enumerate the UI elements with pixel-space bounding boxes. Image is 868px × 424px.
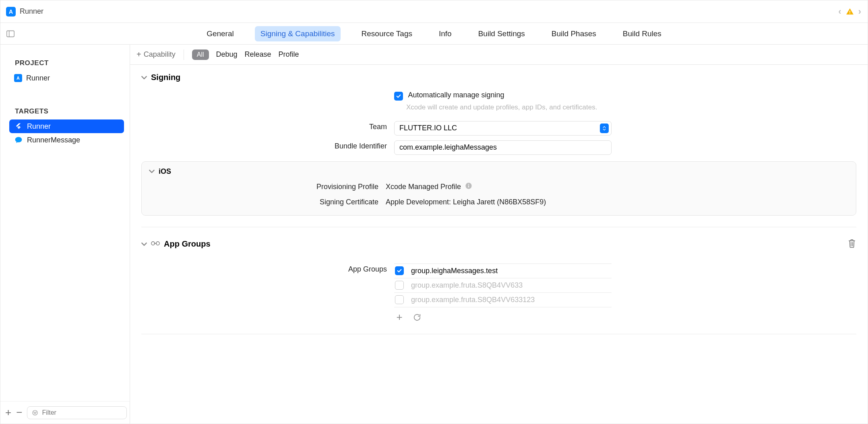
nav-back-chevron-icon[interactable]: ‹ <box>837 6 842 17</box>
select-stepper-icon <box>600 123 609 133</box>
info-icon[interactable] <box>465 182 472 191</box>
svg-rect-1 <box>849 13 850 14</box>
appgroups-disclosure-icon[interactable] <box>141 241 147 247</box>
editor-tabs: General Signing & Capabilities Resource … <box>0 26 868 41</box>
remove-target-button[interactable]: − <box>16 406 22 419</box>
signing-certificate-label: Signing Certificate <box>149 198 378 206</box>
app-group-name: group.example.fruta.S8QB4VV633123 <box>411 296 535 304</box>
targets-section-header: TARGETS <box>15 107 124 115</box>
ios-card-disclosure-icon[interactable] <box>149 169 155 174</box>
team-select[interactable]: FLUTTER.IO LLC <box>394 121 612 136</box>
targets-filter-field[interactable] <box>27 406 127 419</box>
tab-build-settings[interactable]: Build Settings <box>473 26 531 41</box>
tab-resource-tags[interactable]: Resource Tags <box>356 26 418 41</box>
app-groups-list: group.leighaMessages.test group.example.… <box>394 263 612 307</box>
app-group-checkbox[interactable] <box>395 266 404 275</box>
targets-sidebar: PROJECT A Runner TARGETS Runner <box>0 45 130 424</box>
app-group-checkbox[interactable] <box>395 295 404 304</box>
app-group-row[interactable]: group.example.fruta.S8QB4VV633123 <box>394 293 612 307</box>
app-groups-section: App Groups App Groups <box>141 239 856 323</box>
signing-section: Signing Automatically manage signing Xco… <box>141 73 856 216</box>
flutter-icon <box>14 122 23 131</box>
capability-toolbar: + Capability All Debug Release Profile <box>130 45 868 65</box>
signing-disclosure-icon[interactable] <box>141 75 147 80</box>
svg-rect-2 <box>7 31 14 37</box>
add-capability-button[interactable]: + Capability <box>136 50 176 59</box>
team-value: FLUTTER.IO LLC <box>399 124 457 132</box>
bundle-identifier-input[interactable] <box>399 143 606 152</box>
signing-section-title: Signing <box>151 73 180 82</box>
tab-build-phases[interactable]: Build Phases <box>546 26 602 41</box>
bundle-identifier-label: Bundle Identifier <box>141 140 387 150</box>
config-all-pill[interactable]: All <box>192 49 209 60</box>
section-divider <box>141 227 856 227</box>
warning-icon[interactable] <box>845 7 854 16</box>
target-item-label: Runner <box>27 122 51 131</box>
svg-point-10 <box>468 184 469 185</box>
plus-icon: + <box>136 50 141 59</box>
config-release[interactable]: Release <box>245 50 271 59</box>
target-item-runner[interactable]: Runner <box>9 119 124 133</box>
ios-signing-card: iOS Provisioning Profile Xcode Managed P… <box>141 161 856 216</box>
app-group-name: group.example.fruta.S8QB4VV633 <box>411 281 523 290</box>
auto-manage-signing-note: Xcode will create and update profiles, a… <box>406 103 612 112</box>
app-groups-label: App Groups <box>141 263 387 274</box>
team-label: Team <box>141 121 387 131</box>
app-group-checkbox[interactable] <box>395 281 404 290</box>
targets-filter-input[interactable] <box>42 409 122 416</box>
signing-certificate-value: Apple Development: Leigha Jarett (N86BX5… <box>386 198 546 206</box>
tab-info[interactable]: Info <box>433 26 457 41</box>
app-groups-capability-icon <box>151 240 160 248</box>
target-item-runnermessage[interactable]: RunnerMessage <box>9 133 124 147</box>
add-app-group-button[interactable]: + <box>394 312 405 323</box>
config-profile[interactable]: Profile <box>279 50 299 59</box>
add-target-button[interactable]: + <box>5 406 11 419</box>
auto-manage-signing-checkbox[interactable] <box>394 92 403 101</box>
auto-manage-signing-label: Automatically manage signing <box>408 91 504 99</box>
project-app-icon: A <box>6 7 16 16</box>
bundle-identifier-field[interactable] <box>394 140 612 155</box>
svg-rect-0 <box>849 10 850 12</box>
ios-card-title: iOS <box>159 167 171 176</box>
project-app-icon: A <box>14 74 22 82</box>
sidebar-footer: + − <box>0 401 130 424</box>
project-section-header: PROJECT <box>15 59 124 67</box>
svg-rect-9 <box>468 185 469 187</box>
window-titlebar: A Runner ‹ › <box>0 0 868 23</box>
provisioning-profile-label: Provisioning Profile <box>149 183 378 191</box>
window-title: Runner <box>20 7 43 16</box>
project-item-label: Runner <box>26 74 50 82</box>
tab-general[interactable]: General <box>201 26 240 41</box>
app-groups-section-title: App Groups <box>164 239 211 249</box>
config-debug[interactable]: Debug <box>216 50 238 59</box>
refresh-app-groups-button[interactable] <box>412 312 422 323</box>
tab-signing-capabilities[interactable]: Signing & Capabilities <box>255 26 341 41</box>
left-panel-toggle-icon[interactable] <box>6 29 15 38</box>
project-item-runner[interactable]: A Runner <box>9 71 124 85</box>
delete-capability-button[interactable] <box>847 239 856 250</box>
filter-icon <box>31 409 39 416</box>
message-icon <box>14 136 23 144</box>
target-item-label: RunnerMessage <box>27 136 80 144</box>
svg-point-4 <box>33 410 37 415</box>
app-group-row[interactable]: group.leighaMessages.test <box>394 264 612 278</box>
nav-forward-chevron-icon[interactable]: › <box>858 6 862 17</box>
section-divider <box>141 334 856 334</box>
editor-main: + Capability All Debug Release Profile S… <box>130 45 868 424</box>
app-group-row[interactable]: group.example.fruta.S8QB4VV633 <box>394 278 612 293</box>
app-group-name: group.leighaMessages.test <box>411 267 498 275</box>
toolbar-divider <box>184 49 184 60</box>
provisioning-profile-value: Xcode Managed Profile <box>386 183 461 191</box>
add-capability-label: Capability <box>144 50 176 59</box>
tab-build-rules[interactable]: Build Rules <box>617 26 667 41</box>
editor-tabbar: General Signing & Capabilities Resource … <box>0 23 868 45</box>
